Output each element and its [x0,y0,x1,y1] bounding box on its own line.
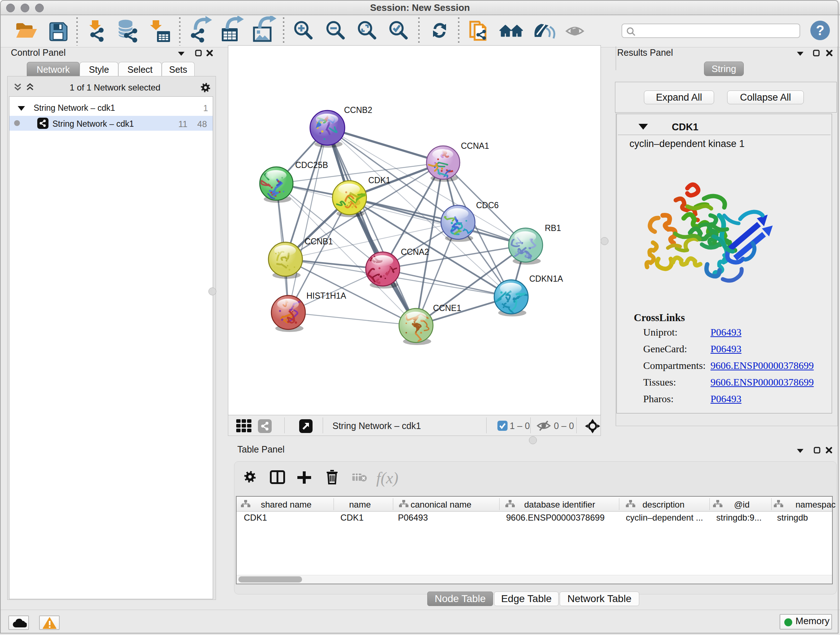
svg-text:CDC6: CDC6 [476,201,499,210]
svg-text:CDK1: CDK1 [368,176,390,185]
svg-text:CCNA1: CCNA1 [461,141,489,150]
svg-text:CDC25B: CDC25B [295,160,328,170]
svg-text:CCNB1: CCNB1 [305,237,333,246]
svg-text:CCNE1: CCNE1 [433,303,461,313]
svg-text:CDKN1A: CDKN1A [529,274,563,283]
svg-text:CCNB2: CCNB2 [344,105,372,115]
svg-text:HIST1H1A: HIST1H1A [306,291,347,301]
svg-text:RB1: RB1 [545,223,561,233]
svg-text:CCNA2: CCNA2 [401,247,429,257]
